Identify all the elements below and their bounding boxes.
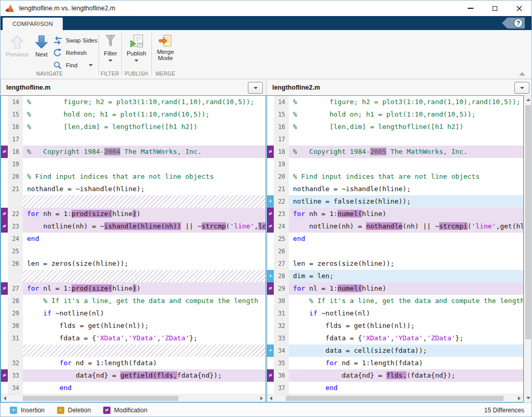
scroll-down-arrow[interactable] [524, 394, 532, 402]
code-row: 16% [len,dim] = lengthofline([h1 h2]) [1, 121, 265, 133]
collapse-ribbon-button[interactable] [519, 72, 525, 76]
scroll-right-arrow[interactable] [515, 395, 523, 402]
scroll-up-arrow[interactable] [524, 96, 532, 104]
code-text: flds = get(hline(nl)); [23, 320, 265, 332]
gutter-marker [1, 183, 8, 195]
line-number: 22 [8, 208, 23, 220]
gutter-marker [267, 382, 274, 394]
scrollbar-thumb[interactable] [525, 105, 531, 339]
code-text: for nd = 1:length(fdata) [289, 357, 523, 369]
close-button[interactable] [507, 1, 531, 16]
filter-button[interactable]: Filter [100, 34, 121, 62]
maximize-button[interactable] [483, 1, 507, 16]
modification-marker: ≠ [1, 208, 8, 220]
code-row: ≠24 notline(nh) = nothandle(nh) || ~strc… [267, 220, 523, 233]
gutter-marker [267, 158, 274, 170]
line-number [8, 270, 23, 282]
scroll-right-arrow[interactable] [258, 395, 265, 402]
gutter-marker [267, 183, 274, 195]
code-row: 33 fdata = {'XData','YData','ZData'}; [267, 332, 523, 344]
insertion-marker: + [267, 344, 274, 357]
merge-mode-button[interactable]: Merge Mode [152, 34, 178, 61]
code-row: +28dim = len; [267, 270, 523, 282]
gutter-marker [267, 357, 274, 369]
code-text: % hold on; h1 = plot(1:10,rand(10,5)); [23, 108, 265, 121]
window-title: lengthofline.m vs. lengthofline2.m [19, 5, 116, 12]
code-text: notline = false(size(hline)); [289, 195, 523, 208]
group-label-navigate: NAVIGATE [1, 71, 99, 77]
code-row: 14% figure; h2 = plot3(1:10,rand(1,10),r… [1, 96, 265, 108]
left-filename: lengthofline.m [6, 84, 50, 91]
scrollbar-thumb[interactable] [23, 396, 178, 401]
modification-marker: ≠ [1, 146, 8, 158]
gutter-marker [267, 170, 274, 183]
find-dropdown-caret[interactable] [89, 64, 93, 66]
gutter-marker [267, 133, 274, 146]
right-pane-dropdown-button[interactable] [514, 82, 529, 94]
chevron-down-icon [520, 87, 524, 89]
line-number: 23 [274, 208, 289, 220]
left-horizontal-scrollbar[interactable] [1, 394, 265, 402]
minimize-button[interactable] [458, 1, 483, 16]
line-number: 28 [8, 295, 23, 307]
code-text [23, 344, 265, 357]
gutter-marker [1, 96, 8, 108]
line-number: 32 [274, 320, 289, 332]
vertical-scrollbar[interactable] [524, 95, 532, 402]
line-number: 25 [8, 245, 23, 257]
code-row: 30 % If it's a line, get the data and co… [267, 295, 523, 307]
refresh-button[interactable]: Refresh [52, 47, 97, 59]
scroll-left-arrow[interactable] [1, 395, 9, 402]
code-text: nothandle = ~ishandle(hline); [23, 183, 265, 195]
code-text: % [len,dim] = lengthofline([h1 h2]) [289, 121, 523, 133]
code-text: data = cell(size(fdata)); [289, 344, 523, 357]
code-row: ≠36 data{nd} = flds.(fdata{nd}); [267, 369, 523, 382]
find-button[interactable]: Find [52, 59, 97, 71]
code-text: % [len,dim] = lengthofline([h1 h2]) [23, 121, 265, 133]
ribbon-tab-bar: COMPARISON ? [1, 16, 531, 30]
left-code-pane: 14% figure; h2 = plot3(1:10,rand(1,10),r… [1, 95, 266, 402]
scroll-left-arrow[interactable] [267, 395, 275, 402]
line-number: 24 [8, 233, 23, 245]
code-row: ≠22for nh = 1:prod(size(hline)) [1, 208, 265, 220]
line-number: 34 [8, 382, 23, 394]
gutter-marker [1, 195, 8, 208]
tab-comparison[interactable]: COMPARISON [3, 18, 63, 30]
swap-sides-button[interactable]: Swap Sides [52, 34, 97, 47]
previous-button[interactable]: Previous [4, 34, 31, 57]
line-number [8, 195, 23, 208]
help-button[interactable]: ? [502, 18, 525, 28]
right-horizontal-scrollbar[interactable] [267, 394, 523, 402]
publish-button[interactable]: Publish [123, 34, 150, 62]
line-number: 18 [8, 146, 23, 158]
next-button[interactable]: Next [32, 34, 51, 57]
code-row: ≠33 data{nd} = getfield(flds,fdata{nd}); [1, 369, 265, 382]
gutter-marker [267, 295, 274, 307]
line-number: 29 [8, 307, 23, 320]
filter-dropdown-caret[interactable] [108, 60, 113, 62]
code-row: 15% hold on; h1 = plot(1:10,rand(10,5)); [1, 108, 265, 121]
modification-marker: ≠ [267, 369, 274, 382]
code-text: for nh = 1:prod(size(hline)) [23, 208, 265, 220]
filter-funnel-icon [104, 34, 117, 49]
group-label-filter: FILTER [99, 71, 121, 77]
line-number: 20 [274, 170, 289, 183]
left-code-rows: 14% figure; h2 = plot3(1:10,rand(1,10),r… [1, 96, 265, 394]
difference-count: 15 Differences [484, 407, 524, 414]
gutter-marker [1, 170, 8, 183]
code-text [289, 158, 523, 170]
scrollbar-thumb[interactable] [286, 396, 503, 401]
code-text: % figure; h2 = plot3(1:10,rand(1,10),ran… [289, 96, 523, 108]
code-row: 35 for nd = 1:length(fdata) [267, 357, 523, 369]
left-pane-dropdown-button[interactable] [248, 82, 263, 94]
code-text: if ~notline(nl) [23, 307, 265, 320]
code-row: 24end [1, 233, 265, 245]
line-number: 34 [274, 344, 289, 357]
publish-dropdown-caret[interactable] [134, 60, 138, 62]
code-text: for nd = 1:length(fdata) [23, 357, 265, 369]
insertion-badge-icon: + [10, 407, 17, 414]
matlab-logo-icon [5, 4, 15, 12]
code-row: 29 if ~notline(nl) [1, 307, 265, 320]
modification-marker: ≠ [1, 282, 8, 295]
comparison-window: lengthofline.m vs. lengthofline2.m COMPA… [0, 0, 532, 417]
